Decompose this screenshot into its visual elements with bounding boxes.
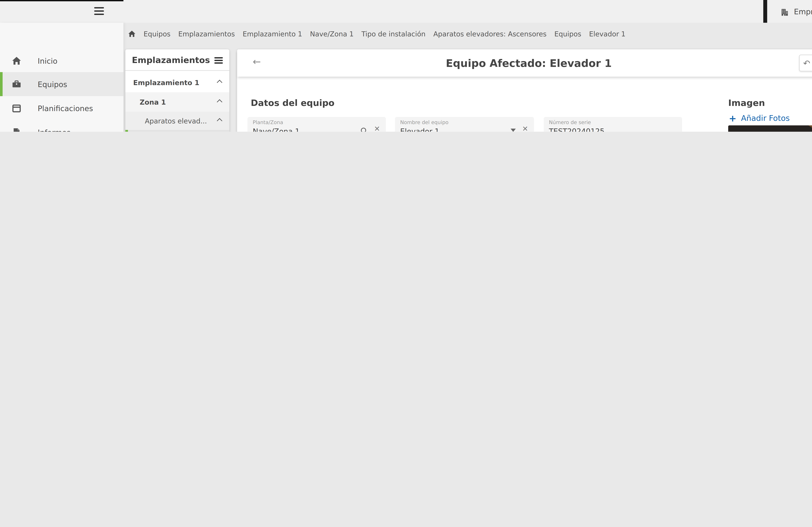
caret-down-icon[interactable] xyxy=(511,129,516,132)
undo-button[interactable]: ↶ Deshacer xyxy=(799,55,812,71)
field-planta-zona[interactable]: Planta/Zona Nave/Zona 1 ✕ xyxy=(247,117,386,132)
field-label: Número de serie xyxy=(549,119,677,126)
field-label: Planta/Zona xyxy=(253,119,381,126)
undo-icon: ↶ xyxy=(803,59,810,67)
search-icon[interactable] xyxy=(360,126,368,132)
sidebar-item-equipos[interactable]: Equipos xyxy=(0,72,124,96)
field-value: Elevador 1 xyxy=(400,127,501,132)
tree-node-emplazamiento-1[interactable]: Emplazamiento 1 xyxy=(125,73,229,92)
field-numero-serie[interactable]: Número de serie TEST20240125 xyxy=(544,117,682,132)
home-icon xyxy=(12,56,21,65)
clear-icon[interactable]: ✕ xyxy=(522,125,528,132)
tree-panel-menu-icon[interactable] xyxy=(214,57,223,64)
chevron-up-icon xyxy=(217,99,222,105)
sidebar-item-label: Planificaciones xyxy=(38,104,93,113)
home-icon[interactable] xyxy=(128,30,136,38)
sidebar-toggle-hamburger-icon[interactable] xyxy=(94,7,104,15)
topbar: Empresa 1 hr-User ES xyxy=(0,0,812,23)
back-button[interactable]: ← xyxy=(253,56,261,68)
equipment-section-title: Datos del equipo xyxy=(251,98,335,108)
sidebar-item-label: Inicio xyxy=(38,56,58,65)
sidebar-item-informes[interactable]: Informes xyxy=(0,120,124,132)
company-selector[interactable]: Empresa 1 xyxy=(794,7,812,16)
main-panel: ← Equipo Afectado: Elevador 1 ↶ Deshacer… xyxy=(237,49,812,132)
top-edge-strip xyxy=(0,0,124,1)
breadcrumb-item[interactable]: Aparatos elevadores: Ascensores xyxy=(433,30,547,38)
plus-icon: + xyxy=(729,113,737,123)
field-value: TEST20240125 xyxy=(549,127,677,132)
chevron-up-icon xyxy=(217,80,222,85)
tree-node-elevador-1[interactable]: Elevador 1 xyxy=(125,130,229,132)
breadcrumb-item[interactable]: Equipos xyxy=(554,30,581,38)
toolbox-icon xyxy=(12,79,21,89)
sidebar-item-planificaciones[interactable]: Planificaciones xyxy=(0,96,124,120)
sidebar-item-label: Equipos xyxy=(38,79,67,89)
calendar-icon xyxy=(12,103,21,113)
topbar-dark-divider xyxy=(763,0,767,23)
field-nombre-equipo[interactable]: Nombre del equipo Elevador 1 ✕ xyxy=(395,117,534,132)
tree-panel-title: Emplazamientos xyxy=(132,55,210,65)
app-root: Empresa 1 hr-User ES Equipos Emplazamien… xyxy=(0,0,812,132)
page-header: ← Equipo Afectado: Elevador 1 ↶ Deshacer… xyxy=(237,49,812,77)
sidebar: Inicio Equipos Planificaciones Informes … xyxy=(0,23,124,132)
tree-node-zona-1[interactable]: Zona 1 xyxy=(125,92,229,112)
breadcrumb-item[interactable]: Emplazamiento 1 xyxy=(243,30,302,38)
breadcrumb: Equipos Emplazamientos Emplazamiento 1 N… xyxy=(128,30,626,38)
field-value: Nave/Zona 1 xyxy=(253,127,357,132)
breadcrumb-item[interactable]: Equipos xyxy=(144,30,171,38)
equipment-photo xyxy=(728,126,812,132)
chevron-up-icon xyxy=(217,118,222,123)
breadcrumb-item[interactable]: Elevador 1 xyxy=(589,30,625,38)
page-title: Equipo Afectado: Elevador 1 xyxy=(399,57,659,70)
breadcrumb-item[interactable]: Emplazamientos xyxy=(178,30,235,38)
tree-node-aparatos-elevadores[interactable]: Aparatos elevad... xyxy=(125,112,229,130)
sidebar-item-inicio[interactable]: Inicio xyxy=(0,49,124,73)
field-label: Nombre del equipo xyxy=(400,119,529,126)
clear-icon[interactable]: ✕ xyxy=(374,125,380,132)
breadcrumb-item[interactable]: Tipo de instalación xyxy=(362,30,426,38)
tree-panel: Emplazamientos Emplazamiento 1 Zona 1 Ap… xyxy=(125,49,229,132)
image-section-title: Imagen xyxy=(728,98,765,108)
document-icon xyxy=(12,127,21,132)
company-icon xyxy=(780,7,789,16)
breadcrumb-item[interactable]: Nave/Zona 1 xyxy=(310,30,354,38)
sidebar-item-label: Informes xyxy=(38,128,71,132)
add-photos-link[interactable]: + Añadir Fotos xyxy=(729,113,790,123)
